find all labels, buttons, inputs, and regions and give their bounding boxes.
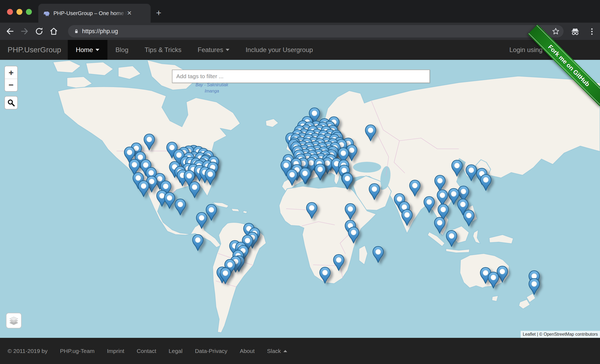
map-marker[interactable] xyxy=(286,169,298,186)
map-marker[interactable] xyxy=(365,124,377,142)
tag-filter-input[interactable] xyxy=(172,70,430,83)
map-marker[interactable] xyxy=(314,163,326,181)
layers-control[interactable] xyxy=(6,313,22,328)
bookmark-star-icon[interactable] xyxy=(552,27,560,35)
map-search-button[interactable] xyxy=(4,96,18,109)
map-marker[interactable] xyxy=(487,272,499,289)
footer-link-imprint[interactable]: Imprint xyxy=(107,348,124,354)
zoom-control: + − xyxy=(4,66,18,92)
footer-link-about[interactable]: About xyxy=(240,348,255,354)
map-marker[interactable] xyxy=(219,267,231,284)
map-marker[interactable] xyxy=(174,198,186,216)
tab-title-fade xyxy=(115,9,127,18)
footer-link-contact[interactable]: Contact xyxy=(137,348,156,354)
search-icon xyxy=(7,98,15,107)
map-marker[interactable] xyxy=(348,226,360,244)
map-marker[interactable] xyxy=(333,254,345,271)
tab-close-icon[interactable]: ✕ xyxy=(127,10,132,17)
map-marker[interactable] xyxy=(299,167,311,185)
zoom-in-button[interactable]: + xyxy=(5,66,17,79)
chevron-up-icon xyxy=(283,350,287,352)
map-marker[interactable] xyxy=(204,168,216,186)
map-marker[interactable] xyxy=(344,203,356,220)
map-marker[interactable] xyxy=(372,246,384,263)
chevron-down-icon xyxy=(96,49,99,51)
new-tab-button[interactable]: + xyxy=(156,8,161,17)
window-minimize-button[interactable] xyxy=(16,9,22,15)
address-bar[interactable]: https://php.ug xyxy=(68,25,564,37)
window-close-button[interactable] xyxy=(7,9,13,15)
map-marker[interactable] xyxy=(164,192,175,209)
world-map[interactable]: Baffin Bay - Saknirutiak Imanga xyxy=(0,60,600,338)
footer-link-data-privacy[interactable]: Data-Privacy xyxy=(195,348,227,354)
map-marker[interactable] xyxy=(434,217,446,234)
nav-item-home[interactable]: Home xyxy=(68,40,107,60)
nav-item-blog[interactable]: Blog xyxy=(107,40,137,60)
layers-icon xyxy=(8,315,19,326)
nav-item-tips-tricks[interactable]: Tips & Tricks xyxy=(137,40,189,60)
map-marker[interactable] xyxy=(446,230,457,247)
nav-item-include-usergroup[interactable]: Include your Usergroup xyxy=(238,40,321,60)
map-marker[interactable] xyxy=(465,164,477,181)
zoom-out-button[interactable]: − xyxy=(5,79,17,91)
map-marker[interactable] xyxy=(463,210,475,227)
browser-toolbar: https://php.ug xyxy=(0,23,600,40)
copyright-text: © 2011-2019 by xyxy=(8,348,48,354)
browser-tab[interactable]: PHP-UserGroup – One home fo ✕ xyxy=(38,4,151,23)
map-marker[interactable] xyxy=(138,180,150,197)
map-marker[interactable] xyxy=(528,278,540,295)
map-marker[interactable] xyxy=(409,180,421,197)
map-landmass xyxy=(0,60,600,338)
map-marker[interactable] xyxy=(423,196,435,213)
footer-link-legal[interactable]: Legal xyxy=(169,348,182,354)
forward-icon[interactable] xyxy=(20,27,29,36)
window-zoom-button[interactable] xyxy=(26,9,32,15)
map-marker[interactable] xyxy=(196,212,208,229)
chevron-down-icon xyxy=(226,49,229,51)
map-marker[interactable] xyxy=(451,160,463,177)
lock-icon xyxy=(73,28,79,34)
home-icon[interactable] xyxy=(49,27,58,36)
php-elephant-favicon xyxy=(43,10,50,17)
nav-item-features[interactable]: Features xyxy=(189,40,238,60)
map-marker[interactable] xyxy=(306,202,318,219)
footer-link-phpug-team[interactable]: PHP.ug-Team xyxy=(60,348,94,354)
site-footer: © 2011-2019 by PHP.ug-Team Imprint Conta… xyxy=(0,338,600,364)
map-marker[interactable] xyxy=(189,181,201,198)
brand-logo[interactable]: PHP.UserGroup xyxy=(8,46,61,54)
map-marker[interactable] xyxy=(192,234,204,251)
map-marker[interactable] xyxy=(341,173,353,190)
map-marker[interactable] xyxy=(480,174,492,191)
reload-icon[interactable] xyxy=(35,27,44,36)
incognito-icon xyxy=(570,27,580,36)
map-marker[interactable] xyxy=(319,267,331,284)
map-marker[interactable] xyxy=(143,133,155,151)
map-attribution[interactable]: Leaflet | © OpenStreetMap contributors xyxy=(521,331,600,338)
url-text[interactable]: https://php.ug xyxy=(82,28,118,35)
footer-link-slack[interactable]: Slack xyxy=(267,348,287,354)
map-marker[interactable] xyxy=(368,183,380,200)
browser-menu-icon[interactable] xyxy=(588,27,596,36)
map-marker[interactable] xyxy=(401,209,413,226)
site-navbar: PHP.UserGroup Home Blog Tips & Tricks Fe… xyxy=(0,40,600,60)
back-icon[interactable] xyxy=(5,27,15,36)
browser-titlebar: PHP-UserGroup – One home fo ✕ + xyxy=(0,0,600,23)
